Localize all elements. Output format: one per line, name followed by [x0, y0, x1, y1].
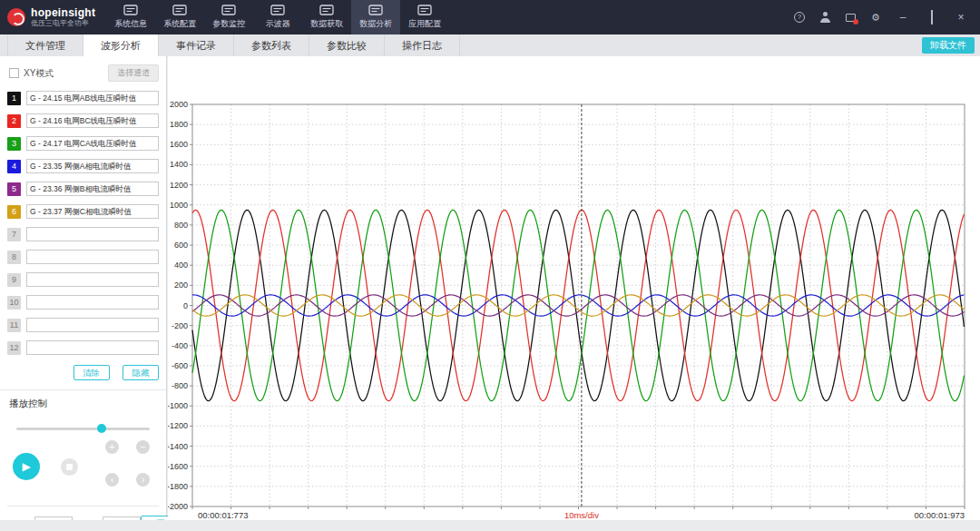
xy-mode-label: XY模式 — [24, 67, 54, 80]
channel-row: 7 — [7, 227, 159, 241]
waveform-chart-panel: 2000180016001400120010008006004002000-20… — [168, 56, 980, 520]
clear-button[interactable]: 清除 — [74, 365, 110, 380]
channel-input[interactable] — [26, 272, 159, 287]
notification-badge — [853, 19, 858, 25]
channel-badge: 6 — [7, 205, 21, 219]
menu-item-param-monitor[interactable]: 参数监控 — [204, 0, 253, 34]
hide-button[interactable]: 隐藏 — [122, 365, 159, 380]
close-button[interactable]: × — [953, 11, 969, 24]
channel-badge: 3 — [7, 137, 21, 151]
waveform-chart[interactable]: 2000180016001400120010008006004002000-20… — [168, 56, 980, 520]
channel-badge: 4 — [7, 160, 21, 173]
y-axis-tick-label: -800 — [172, 381, 188, 390]
menu-item-system-config[interactable]: 系统配置 — [155, 0, 204, 34]
status-strip — [0, 520, 980, 531]
menu-item-oscilloscope[interactable]: 示波器 — [253, 0, 302, 34]
y-axis-tick-label: 1200 — [170, 181, 188, 190]
step-back-button[interactable]: ‹ — [105, 473, 119, 487]
channel-input[interactable]: G - 23.35 网侧A相电流瞬时值 — [26, 159, 159, 173]
y-axis-tick-label: -1800 — [168, 482, 188, 491]
tab-file-management[interactable]: 文件管理 — [7, 34, 83, 56]
time-per-div-label: 10ms/div — [564, 510, 599, 520]
system-info-icon — [123, 5, 138, 16]
menu-item-label: 参数监控 — [212, 18, 245, 30]
y-axis-tick-label: -600 — [172, 361, 188, 370]
channel-row: 10 — [7, 295, 159, 310]
channel-row: 9 — [7, 272, 159, 287]
channel-input[interactable]: G - 23.37 网侧C相电流瞬时值 — [26, 204, 159, 219]
menu-item-data-analysis[interactable]: 数据分析 — [351, 0, 400, 34]
end-time-label: 00:00:01:973 — [915, 510, 965, 520]
tab-waveform-analysis[interactable]: 波形分析 — [83, 34, 159, 56]
channel-input[interactable] — [26, 318, 159, 332]
slider-track — [16, 428, 150, 430]
tab-bar: 文件管理波形分析事件记录参数列表参数比较操作日志 卸载文件 — [0, 34, 980, 56]
menu-item-label: 系统信息 — [114, 18, 147, 30]
user-icon[interactable] — [818, 11, 831, 24]
help-icon[interactable]: ? — [793, 11, 806, 24]
select-channel-button[interactable]: 选择通道 — [108, 64, 159, 82]
channel-row: 3G - 24.17 电网CA线电压瞬时值 — [7, 136, 159, 151]
stop-button[interactable] — [61, 458, 78, 476]
channel-input[interactable]: G - 24.16 电网BC线电压瞬时值 — [26, 113, 159, 128]
y-axis-tick-label: -1200 — [168, 421, 188, 430]
maximize-button[interactable] — [924, 11, 940, 24]
channel-input[interactable]: G - 23.36 网侧B相电流瞬时值 — [26, 182, 159, 196]
y-axis-tick-label: 200 — [174, 280, 188, 290]
y-axis-tick-label: 1800 — [170, 120, 188, 129]
data-acquisition-icon — [319, 5, 334, 16]
x-axis-labels: 00:00:01:77310ms/div00:00:01:973 — [198, 510, 965, 520]
channel-input[interactable]: G - 24.17 电网CA线电压瞬时值 — [26, 136, 159, 151]
playback-slider[interactable] — [16, 424, 150, 433]
channel-row: 5G - 23.36 网侧B相电流瞬时值 — [7, 182, 159, 196]
unload-file-button[interactable]: 卸载文件 — [922, 37, 975, 54]
channel-input[interactable] — [26, 295, 159, 310]
menu-item-data-acquisition[interactable]: 数据获取 — [302, 0, 351, 34]
y-axis-tick-label: 400 — [174, 261, 188, 270]
zoom-out-button[interactable]: − — [136, 440, 150, 454]
start-time-label: 00:00:01:773 — [198, 510, 248, 520]
param-monitor-icon — [221, 5, 236, 16]
menu-item-system-info[interactable]: 系统信息 — [106, 0, 155, 34]
tab-parameter-list[interactable]: 参数列表 — [234, 34, 309, 56]
minimize-button[interactable]: – — [895, 11, 911, 24]
notification-icon[interactable] — [844, 11, 857, 24]
maximize-icon — [931, 10, 933, 25]
app-brand: hopeinsight 低压三电平全功率 — [0, 7, 106, 28]
menu-item-app-config[interactable]: 应用配置 — [400, 0, 449, 34]
channel-badge: 8 — [7, 251, 21, 264]
y-axis-tick-label: -1600 — [168, 462, 188, 471]
oscilloscope-icon — [270, 5, 285, 16]
channel-badge: 5 — [7, 182, 21, 196]
channel-badge: 9 — [7, 273, 21, 287]
app-config-icon — [417, 5, 432, 16]
xy-mode-checkbox[interactable] — [9, 68, 19, 78]
tabs: 文件管理波形分析事件记录参数列表参数比较操作日志 — [0, 34, 980, 56]
y-axis-tick-label: 1000 — [170, 201, 188, 210]
tab-operation-log[interactable]: 操作日志 — [385, 34, 460, 56]
menu-item-label: 示波器 — [266, 18, 290, 30]
y-axis-tick-label: 1600 — [170, 140, 188, 149]
menu-item-label: 数据分析 — [359, 18, 392, 30]
zoom-in-button[interactable]: + — [105, 440, 119, 454]
tab-event-record[interactable]: 事件记录 — [159, 34, 234, 56]
playback-control-title: 播放控制 — [9, 398, 166, 410]
y-axis-tick-label: 600 — [174, 241, 188, 250]
channel-input[interactable]: G - 24.15 电网AB线电压瞬时值 — [26, 91, 159, 105]
channel-row: 11 — [7, 318, 159, 332]
waveform-sidebar: XY模式 选择通道 1G - 24.15 电网AB线电压瞬时值2G - 24.1… — [0, 56, 167, 520]
tab-parameter-compare[interactable]: 参数比较 — [309, 34, 385, 56]
play-button[interactable]: ▶ — [13, 453, 40, 480]
slider-thumb[interactable] — [97, 424, 106, 433]
settings-gear-icon[interactable]: ⚙ — [869, 11, 882, 24]
y-axis-tick-label: -1000 — [168, 401, 188, 410]
step-forward-button[interactable]: › — [136, 473, 150, 487]
channel-input[interactable] — [26, 227, 159, 241]
y-axis-tick-label: -2000 — [168, 502, 188, 511]
y-axis-tick-label: -200 — [172, 321, 188, 330]
channel-badge: 12 — [7, 341, 21, 355]
y-axis-tick-label: -400 — [172, 341, 188, 350]
y-axis-tick-label: 0 — [183, 301, 188, 310]
channel-input[interactable] — [26, 340, 159, 355]
channel-input[interactable] — [26, 250, 159, 264]
